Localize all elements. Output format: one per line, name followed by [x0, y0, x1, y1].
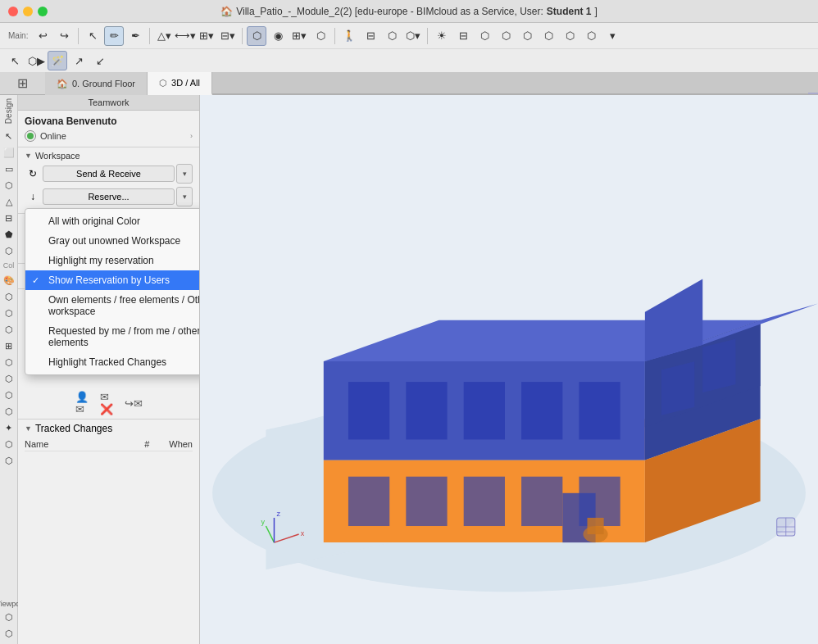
- tab-ground-floor[interactable]: 🏠 0. Ground Floor: [45, 72, 148, 95]
- tracked-col-name: Name: [25, 439, 144, 449]
- select-design-tool[interactable]: ↖: [2, 129, 16, 143]
- viewpoint-btn2[interactable]: ⬡: [2, 626, 16, 641]
- dropdown-item-label: Own elements / free elements / Others' w…: [48, 294, 200, 317]
- elem4[interactable]: ⊟: [2, 211, 16, 225]
- select-tool[interactable]: ⬡: [247, 26, 266, 46]
- elem11[interactable]: ⬡: [2, 355, 16, 370]
- dropdown-item-label: Highlight Tracked Changes: [48, 356, 166, 368]
- pen-tool[interactable]: ✏: [104, 26, 124, 46]
- tabbar: ⊞ 🏠 0. Ground Floor ⬡ 3D / All: [0, 72, 818, 95]
- fill-tool[interactable]: ⬡▾: [403, 26, 423, 46]
- floor-icon: 🏠: [57, 79, 68, 89]
- window-title: 🏠 Villa_Patio_-_Module_2(2) [edu-europe …: [220, 6, 598, 17]
- workspace-header[interactable]: ▼ Workspace: [25, 151, 193, 161]
- extra6[interactable]: ⬡: [581, 26, 601, 46]
- elem3[interactable]: △: [2, 194, 16, 209]
- elem17[interactable]: ⬡: [2, 453, 16, 468]
- dropdown-arrow-icon: ▾: [183, 170, 187, 178]
- extra3[interactable]: ⬡: [517, 26, 537, 46]
- send-receive-button[interactable]: Send & Receive: [43, 166, 175, 182]
- wall-tool[interactable]: ⬜: [2, 145, 16, 160]
- tab-3d-all[interactable]: ⬡ 3D / All: [148, 72, 212, 95]
- close-button[interactable]: [8, 7, 18, 16]
- online-row[interactable]: Online ›: [25, 130, 193, 142]
- sep2: [149, 28, 150, 44]
- box-tool[interactable]: ⊞▾: [289, 26, 309, 46]
- elem13[interactable]: ⬡: [2, 388, 16, 402]
- dropdown-item-own-elements[interactable]: Own elements / free elements / Others' w…: [25, 290, 200, 321]
- msg-person-icon[interactable]: 👤✉: [75, 394, 93, 412]
- tracked-columns: Name # When: [25, 438, 193, 451]
- title-icon: 🏠: [220, 6, 233, 17]
- marquee[interactable]: ↗: [69, 51, 89, 70]
- send-receive-dropdown[interactable]: ▾: [176, 164, 193, 184]
- msg-delete-icon[interactable]: ✉❌: [100, 394, 118, 412]
- viewpoint-btn1[interactable]: ⬡: [2, 610, 16, 624]
- filter-tool[interactable]: ⬡: [382, 26, 402, 46]
- arrow-tool[interactable]: ↖: [83, 26, 102, 46]
- eye-tool[interactable]: ◉: [268, 26, 288, 46]
- minimize-button[interactable]: [23, 7, 33, 16]
- window-controls: [8, 7, 48, 16]
- viewport[interactable]: x y z: [200, 95, 818, 644]
- reserve-button[interactable]: Reserve...: [43, 188, 175, 205]
- elem5[interactable]: ⬟: [2, 227, 16, 242]
- extra2[interactable]: ⬡: [496, 26, 516, 46]
- svg-rect-19: [521, 382, 562, 439]
- elem7[interactable]: ⬡: [2, 289, 16, 304]
- more-btn[interactable]: ▾: [602, 26, 622, 46]
- elem9[interactable]: ⬡: [2, 322, 16, 337]
- reserve-dropdown[interactable]: ▾: [176, 187, 193, 206]
- color-wheel[interactable]: 🎨: [2, 273, 16, 288]
- dropdown-item-show-users[interactable]: ✓ Show Reservation by Users: [25, 270, 200, 290]
- snap-tool[interactable]: ⊟▾: [218, 26, 238, 46]
- redo-btn[interactable]: ↪: [54, 26, 74, 46]
- elem16[interactable]: ⬡: [2, 437, 16, 451]
- undo-btn[interactable]: ↩: [33, 26, 52, 46]
- dropdown-item-all-color[interactable]: All with original Color: [25, 211, 200, 231]
- orbit-tool[interactable]: ⬡: [311, 26, 330, 46]
- view-toggle[interactable]: ⊞: [0, 72, 45, 94]
- extra5[interactable]: ⬡: [560, 26, 579, 46]
- elem6[interactable]: ⬡: [2, 243, 16, 258]
- elem2[interactable]: ⬡: [2, 178, 16, 193]
- multi-select[interactable]: ⬡▶: [26, 51, 46, 70]
- pencil-tool[interactable]: ✒: [125, 26, 145, 46]
- tracked-col-hash: #: [144, 439, 169, 449]
- elem15[interactable]: ✦: [2, 420, 16, 435]
- dropdown-item-highlight-tracked[interactable]: Highlight Tracked Changes: [25, 352, 200, 372]
- elem8[interactable]: ⬡: [2, 306, 16, 320]
- arrow-select[interactable]: ↖: [5, 51, 25, 70]
- dropdown-item-label: Show Reservation by Users: [48, 274, 170, 286]
- building-3d-view: x y z: [200, 95, 818, 644]
- workspace-arrow-icon: ▼: [25, 152, 32, 160]
- cam-tool[interactable]: ⊟: [453, 26, 473, 46]
- col-label: Col: [3, 261, 15, 270]
- extra4[interactable]: ⬡: [539, 26, 558, 46]
- angle-tool[interactable]: △▾: [154, 26, 174, 46]
- dropdown-item-gray-out[interactable]: Gray out unowned Workspace: [25, 231, 200, 251]
- section-tool[interactable]: ⊟: [361, 26, 380, 46]
- measure-tool[interactable]: ⟷▾: [175, 26, 195, 46]
- sync-icon[interactable]: ↻: [25, 164, 41, 184]
- extra1[interactable]: ⬡: [475, 26, 494, 46]
- dropdown-item-requested[interactable]: Requested by me / from me / other elemen…: [25, 321, 200, 352]
- dropdown-item-highlight-my[interactable]: Highlight my reservation: [25, 251, 200, 270]
- elem1[interactable]: ▭: [2, 161, 16, 176]
- elem14[interactable]: ⬡: [2, 404, 16, 419]
- walk-tool[interactable]: 🚶: [339, 26, 359, 46]
- tracked-header[interactable]: ▼ Tracked Changes: [25, 423, 193, 434]
- status-label: Online: [40, 131, 66, 141]
- msg-forward-icon[interactable]: ↪✉: [125, 394, 143, 412]
- maximize-button[interactable]: [38, 7, 48, 16]
- elem10[interactable]: ⊞: [2, 338, 16, 353]
- zoom-extend[interactable]: ↙: [90, 51, 110, 70]
- dropdown-item-label: Highlight my reservation: [48, 255, 154, 266]
- reserve-icon[interactable]: ↓: [25, 187, 41, 206]
- magic-wand[interactable]: 🪄: [48, 51, 67, 70]
- elem12[interactable]: ⬡: [2, 371, 16, 386]
- sun-tool[interactable]: ☀: [432, 26, 452, 46]
- grid-tool[interactable]: ⊞▾: [197, 26, 216, 46]
- svg-rect-14: [521, 477, 562, 526]
- user-name: Giovana Benvenuto: [25, 116, 193, 127]
